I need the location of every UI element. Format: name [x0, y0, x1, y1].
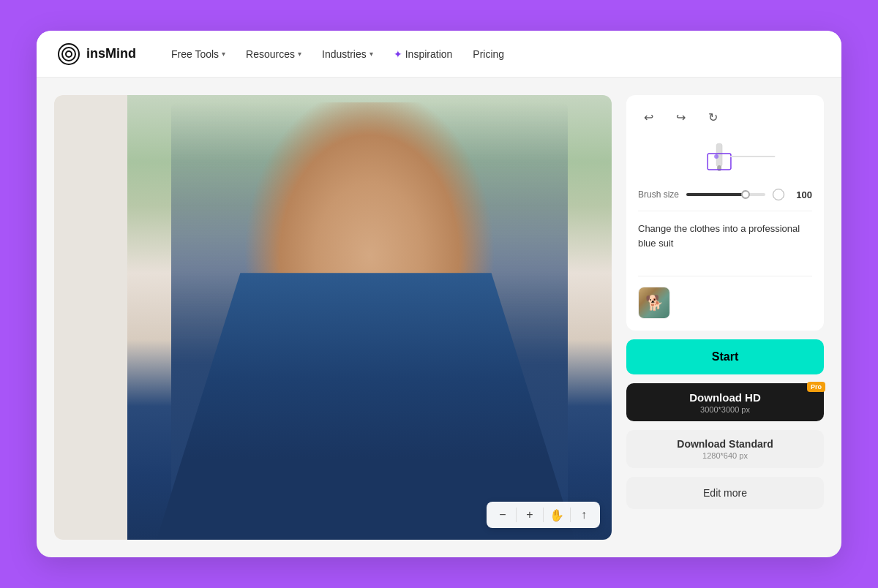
chevron-down-icon: ▾ — [298, 50, 301, 58]
nav-industries[interactable]: Industries ▾ — [313, 42, 382, 66]
nav-items: Free Tools ▾ Resources ▾ Industries ▾ ✦ … — [162, 42, 513, 66]
brush-svg — [638, 140, 812, 178]
content-area: − + ✋ ↑ ↩ ↪ ↻ — [37, 78, 841, 557]
zoom-out-button[interactable]: − — [492, 505, 513, 525]
brush-size-row: Brush size 100 — [638, 189, 812, 200]
nav-pricing-label: Pricing — [473, 48, 504, 60]
brush-size-label: Brush size — [638, 189, 679, 200]
separator — [638, 211, 812, 211]
slider-fill — [686, 193, 746, 196]
logo[interactable]: insMind — [57, 42, 136, 66]
edit-more-button[interactable]: Edit more — [626, 477, 824, 509]
thumbnail-dog[interactable]: 🐕 — [638, 287, 670, 319]
brush-size-value: 100 — [792, 189, 812, 200]
photo-container — [54, 95, 612, 540]
svg-point-1 — [62, 48, 75, 61]
nav-resources[interactable]: Resources ▾ — [237, 42, 310, 66]
undo-button[interactable]: ↩ — [638, 107, 658, 127]
main-card: insMind Free Tools ▾ Resources ▾ Industr… — [37, 31, 841, 557]
slider-thumb — [741, 190, 750, 199]
nav-inspiration[interactable]: ✦ Inspiration — [385, 42, 462, 66]
separator — [638, 276, 812, 276]
right-panel: ↩ ↪ ↻ — [626, 95, 824, 540]
zoom-divider — [570, 508, 571, 522]
zoom-divider — [516, 508, 517, 522]
upload-button[interactable]: ↑ — [574, 505, 594, 525]
nav-free-tools[interactable]: Free Tools ▾ — [162, 42, 234, 66]
brush-preview — [638, 140, 812, 178]
download-hd-button[interactable]: Pro Download HD 3000*3000 px — [626, 383, 824, 421]
pro-badge: Pro — [807, 382, 825, 392]
nav-inspiration-label: Inspiration — [405, 48, 453, 60]
nav-industries-label: Industries — [322, 48, 367, 60]
spark-icon: ✦ — [394, 48, 402, 60]
svg-point-4 — [717, 165, 721, 171]
svg-point-7 — [714, 154, 718, 159]
chevron-down-icon: ▾ — [369, 50, 373, 58]
download-std-size: 1280*640 px — [702, 451, 748, 460]
thumbnail-row: 🐕 — [638, 287, 812, 319]
prompt-textarea[interactable] — [638, 222, 812, 265]
refresh-button[interactable]: ↻ — [702, 107, 723, 127]
dog-image: 🐕 — [639, 287, 669, 318]
brush-canvas — [638, 140, 812, 178]
pan-button[interactable]: ✋ — [547, 505, 567, 525]
nav-free-tools-label: Free Tools — [171, 48, 219, 60]
tool-actions: ↩ ↪ ↻ — [638, 107, 812, 130]
download-std-label: Download Standard — [677, 438, 773, 450]
brush-size-circle — [773, 189, 784, 200]
navbar: insMind Free Tools ▾ Resources ▾ Industr… — [37, 31, 841, 78]
start-button[interactable]: Start — [626, 339, 824, 374]
zoom-divider — [543, 508, 544, 522]
download-hd-label: Download HD — [689, 391, 761, 404]
download-hd-size: 3000*3000 px — [700, 405, 750, 414]
logo-text: insMind — [86, 46, 136, 61]
chevron-down-icon: ▾ — [222, 50, 225, 58]
download-standard-button[interactable]: Download Standard 1280*640 px — [626, 430, 824, 468]
svg-point-2 — [66, 51, 72, 57]
logo-icon — [57, 42, 80, 66]
tools-card: ↩ ↪ ↻ — [626, 95, 824, 331]
zoom-controls: − + ✋ ↑ — [487, 502, 600, 528]
brush-slider[interactable] — [686, 193, 765, 196]
redo-button[interactable]: ↪ — [670, 107, 691, 127]
zoom-in-button[interactable]: + — [519, 505, 540, 525]
image-panel: − + ✋ ↑ — [54, 95, 612, 540]
nav-resources-label: Resources — [246, 48, 295, 60]
nav-pricing[interactable]: Pricing — [464, 42, 513, 66]
